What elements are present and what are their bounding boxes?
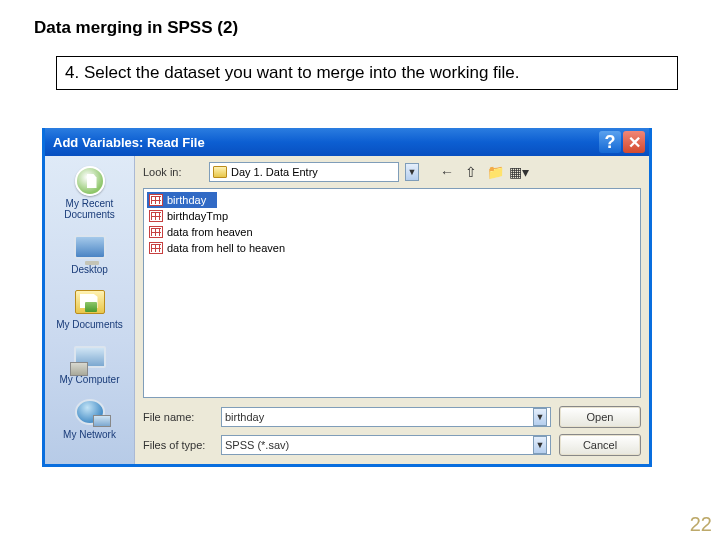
- file-list[interactable]: birthday birthdayTmp data from heaven da…: [143, 188, 641, 398]
- computer-icon: [74, 346, 106, 368]
- filename-label: File name:: [143, 411, 213, 423]
- open-file-dialog: Add Variables: Read File ? ✕ My Recent D…: [42, 128, 652, 467]
- filetype-value: SPSS (*.sav): [225, 439, 529, 451]
- spss-file-icon: [149, 194, 163, 206]
- sidebar-item-label: My Network: [49, 429, 130, 440]
- sidebar-item-label: My Documents: [49, 319, 130, 330]
- chevron-down-icon[interactable]: ▼: [533, 436, 547, 454]
- slide-number: 22: [690, 513, 712, 536]
- folder-icon: [213, 166, 227, 178]
- spss-file-icon: [149, 226, 163, 238]
- list-item[interactable]: data from hell to heaven: [147, 240, 637, 256]
- filename-input[interactable]: birthday ▼: [221, 407, 551, 427]
- places-bar: My Recent Documents Desktop My Documents…: [45, 156, 135, 464]
- lookin-dropdown[interactable]: Day 1. Data Entry: [209, 162, 399, 182]
- close-icon: ✕: [628, 133, 641, 152]
- new-folder-icon[interactable]: 📁: [487, 164, 503, 180]
- sidebar-item-label: Desktop: [49, 264, 130, 275]
- list-item[interactable]: data from heaven: [147, 224, 637, 240]
- file-name: data from hell to heaven: [167, 242, 285, 254]
- open-button[interactable]: Open: [559, 406, 641, 428]
- sidebar-item-mydocs[interactable]: My Documents: [49, 283, 130, 336]
- spss-file-icon: [149, 242, 163, 254]
- folder-icon: [75, 290, 105, 314]
- page-title: Data merging in SPSS (2): [0, 0, 720, 44]
- help-icon: ?: [605, 132, 616, 153]
- lookin-value: Day 1. Data Entry: [231, 166, 395, 178]
- filename-value: birthday: [225, 411, 529, 423]
- sidebar-item-mynetwork[interactable]: My Network: [49, 393, 130, 446]
- list-item[interactable]: birthdayTmp: [147, 208, 637, 224]
- filetype-dropdown[interactable]: SPSS (*.sav) ▼: [221, 435, 551, 455]
- filetype-label: Files of type:: [143, 439, 213, 451]
- desktop-icon: [74, 235, 106, 259]
- views-icon[interactable]: ▦▾: [511, 164, 527, 180]
- spss-file-icon: [149, 210, 163, 222]
- close-button[interactable]: ✕: [623, 131, 645, 153]
- file-name: birthdayTmp: [167, 210, 228, 222]
- instruction-step: 4. Select the dataset you want to merge …: [56, 56, 678, 90]
- file-name: birthday: [167, 194, 206, 206]
- sidebar-item-recent[interactable]: My Recent Documents: [49, 162, 130, 226]
- cancel-button[interactable]: Cancel: [559, 434, 641, 456]
- chevron-down-icon[interactable]: ▼: [405, 163, 419, 181]
- dialog-titlebar: Add Variables: Read File ? ✕: [45, 128, 649, 156]
- up-one-level-icon[interactable]: ⇧: [463, 164, 479, 180]
- sidebar-item-label: My Recent Documents: [49, 198, 130, 220]
- help-button[interactable]: ?: [599, 131, 621, 153]
- network-icon: [75, 399, 105, 425]
- lookin-label: Look in:: [143, 166, 203, 178]
- recent-icon: [75, 166, 105, 196]
- dialog-title: Add Variables: Read File: [53, 135, 205, 150]
- chevron-down-icon[interactable]: ▼: [533, 408, 547, 426]
- sidebar-item-label: My Computer: [49, 374, 130, 385]
- back-icon[interactable]: ←: [439, 164, 455, 180]
- file-name: data from heaven: [167, 226, 253, 238]
- sidebar-item-mycomputer[interactable]: My Computer: [49, 338, 130, 391]
- sidebar-item-desktop[interactable]: Desktop: [49, 228, 130, 281]
- list-item[interactable]: birthday: [147, 192, 217, 208]
